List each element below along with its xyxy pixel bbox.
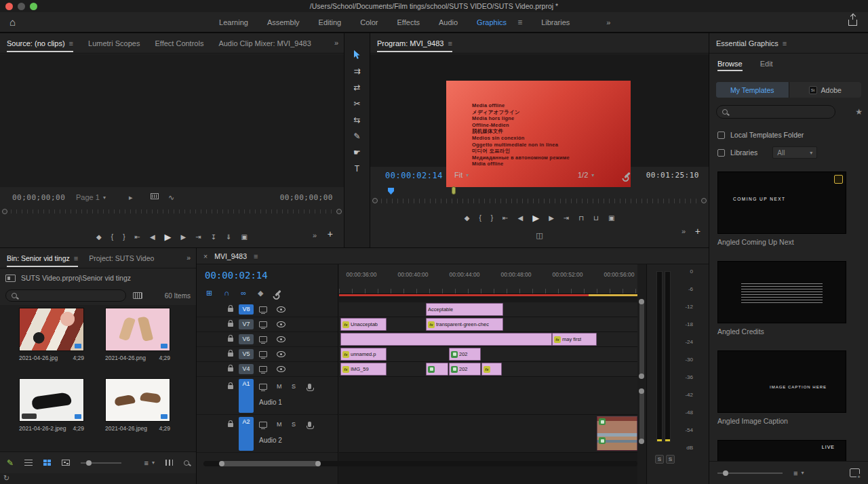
- libraries-filter-select[interactable]: All▾: [772, 146, 817, 159]
- scrollbar-knob[interactable]: [372, 198, 378, 203]
- scrollbar-knob[interactable]: [336, 209, 342, 214]
- mark-out-icon[interactable]: }: [491, 214, 493, 222]
- template-card[interactable]: COMING UP NEXT: [717, 172, 846, 234]
- razor-tool[interactable]: ✂: [344, 96, 370, 112]
- timeline-clip[interactable]: fxtransparent-green-chec: [426, 318, 503, 331]
- playback-resolution-select[interactable]: 1/2▾: [578, 171, 594, 179]
- zoom-slider[interactable]: [717, 470, 783, 477]
- panel-menu-icon[interactable]: ≡: [254, 252, 258, 260]
- pen-tool[interactable]: ✎: [344, 128, 370, 144]
- track-output-icon[interactable]: [277, 321, 285, 327]
- eg-tab-edit[interactable]: Edit: [760, 56, 773, 71]
- filmstrip-icon[interactable]: [133, 292, 142, 299]
- icon-view-icon[interactable]: [43, 460, 51, 466]
- track-indicator-v7[interactable]: V7: [239, 319, 254, 329]
- timeline-current-timecode[interactable]: 00:00:02:14: [205, 270, 268, 281]
- sync-lock-icon[interactable]: [259, 306, 267, 312]
- project-tab[interactable]: Bin: Senior vid tingz≡: [7, 248, 78, 268]
- sort-icon[interactable]: ≡▾: [793, 469, 804, 477]
- project-item[interactable]: 2021-04-26.jpg4;29: [19, 308, 84, 361]
- timeline-clip[interactable]: fxunnamed.p: [340, 348, 387, 361]
- add-marker-icon[interactable]: ◆: [258, 289, 263, 298]
- page-select[interactable]: Page 1▾: [76, 193, 106, 201]
- go-to-out-icon[interactable]: ⇥: [564, 214, 569, 222]
- timeline-clip[interactable]: 202: [449, 363, 481, 376]
- timeline-settings-icon[interactable]: [275, 289, 281, 296]
- audio-tracks-scrollbar[interactable]: [639, 390, 644, 442]
- workspace-tab-libraries[interactable]: Libraries: [541, 18, 570, 26]
- timeline-clip[interactable]: Acceptable: [426, 303, 503, 316]
- panel-menu-icon[interactable]: ≡: [783, 39, 787, 47]
- project-search-input[interactable]: [21, 292, 120, 300]
- go-to-in-icon[interactable]: ⇤: [502, 214, 508, 222]
- source-tab[interactable]: Effect Controls: [155, 33, 203, 54]
- template-search-input[interactable]: [732, 108, 829, 116]
- zoom-level-select[interactable]: Fit▾: [454, 171, 469, 179]
- solo-button[interactable]: S: [292, 421, 296, 428]
- lift-icon[interactable]: ⊓: [578, 214, 584, 222]
- find-icon[interactable]: [184, 460, 189, 466]
- transport-overflow-icon[interactable]: »: [313, 231, 317, 239]
- sync-lock-icon[interactable]: [259, 336, 267, 342]
- mute-button[interactable]: M: [277, 383, 282, 390]
- export-frame-icon[interactable]: ▣: [241, 233, 247, 241]
- source-tab[interactable]: Lumetri Scopes: [88, 33, 140, 54]
- go-to-out-icon[interactable]: ⇥: [195, 233, 201, 241]
- template-card[interactable]: LIVE: [717, 440, 846, 461]
- slip-tool[interactable]: ⇆: [344, 112, 370, 128]
- my-templates-button[interactable]: My Templates: [716, 82, 789, 98]
- type-tool[interactable]: T: [344, 161, 370, 177]
- lock-icon[interactable]: [228, 308, 233, 312]
- insert-icon[interactable]: ↧: [211, 233, 216, 241]
- extract-icon[interactable]: ⊔: [593, 214, 599, 222]
- panel-menu-icon[interactable]: ≡: [69, 39, 73, 47]
- lock-icon[interactable]: [228, 323, 233, 327]
- comparison-view-icon[interactable]: ◫: [536, 231, 542, 239]
- mark-in-icon[interactable]: {: [111, 233, 113, 241]
- lock-icon[interactable]: [228, 367, 233, 371]
- solo-left-button[interactable]: S: [655, 455, 664, 464]
- record-icon[interactable]: [308, 384, 311, 389]
- overwrite-icon[interactable]: ⇓: [226, 233, 231, 241]
- track-indicator-a2[interactable]: A2: [239, 417, 254, 451]
- track-select-tool[interactable]: ⇉: [344, 63, 370, 79]
- program-scrubber[interactable]: [370, 184, 709, 207]
- snap-icon[interactable]: ∩: [224, 289, 229, 297]
- freeform-view-icon[interactable]: [62, 460, 70, 466]
- sequence-tab[interactable]: MVI_9483: [214, 252, 247, 260]
- zoom-slider[interactable]: [81, 460, 121, 466]
- workspace-tab-learning[interactable]: Learning: [219, 18, 248, 26]
- workspace-tab-assembly[interactable]: Assembly: [267, 18, 300, 26]
- selection-tool[interactable]: [344, 47, 370, 63]
- step-back-icon[interactable]: ◀: [150, 233, 155, 241]
- add-marker-icon[interactable]: ◆: [465, 214, 470, 222]
- scrubber-ruler[interactable]: [11, 209, 333, 214]
- track-indicator-v4[interactable]: V4: [239, 364, 254, 374]
- workspace-tab-graphics[interactable]: Graphics: [477, 18, 507, 26]
- project-tab[interactable]: Project: SUTS Video: [89, 248, 154, 268]
- sort-icon[interactable]: ≡▾: [144, 459, 155, 467]
- track-indicator-v6[interactable]: V6: [239, 334, 254, 344]
- template-card[interactable]: [717, 261, 846, 323]
- timeline-clip[interactable]: 202: [449, 348, 481, 361]
- track-output-icon[interactable]: [277, 366, 285, 372]
- workspace-tab-editing[interactable]: Editing: [319, 18, 342, 26]
- local-templates-checkbox[interactable]: [717, 132, 725, 139]
- minimize-button[interactable]: [18, 3, 25, 10]
- project-item[interactable]: 2021-04-26.png4;29: [105, 308, 170, 361]
- solo-button[interactable]: S: [292, 383, 296, 390]
- program-current-timecode[interactable]: 00:00:02:14: [385, 171, 443, 180]
- program-tab[interactable]: Program: MVI_9483 ≡: [377, 33, 452, 54]
- timeline-clip[interactable]: [426, 363, 448, 376]
- time-ruler[interactable]: 00:00:36:0000:00:40:0000:00:44:0000:00:4…: [339, 264, 637, 294]
- step-forward-icon[interactable]: ▶: [549, 214, 554, 222]
- scrollbar-knob[interactable]: [2, 209, 7, 214]
- lock-icon[interactable]: [228, 352, 233, 357]
- lock-icon[interactable]: [228, 385, 233, 389]
- eg-tab-browse[interactable]: Browse: [717, 56, 743, 71]
- timeline-vertical-scrollbar[interactable]: [637, 264, 647, 484]
- search-box[interactable]: [5, 289, 126, 302]
- playhead-icon[interactable]: [388, 188, 394, 195]
- columns-icon[interactable]: [165, 460, 173, 466]
- track-indicator-v5[interactable]: V5: [239, 349, 254, 359]
